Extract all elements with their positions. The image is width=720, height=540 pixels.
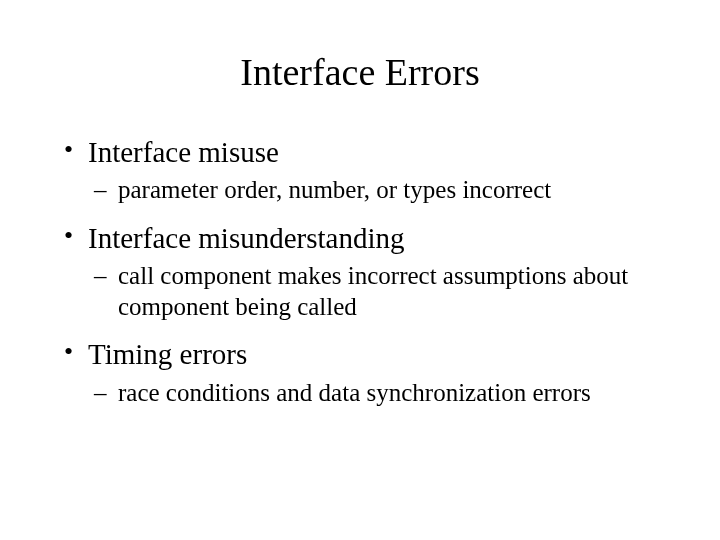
list-item: race conditions and data synchronization… (88, 377, 660, 408)
sub-list: parameter order, number, or types incorr… (88, 174, 660, 205)
list-item-label: Interface misuse (88, 136, 279, 168)
list-item-label: parameter order, number, or types incorr… (118, 176, 551, 203)
bullet-list: Interface misuse parameter order, number… (60, 134, 660, 408)
list-item-label: Timing errors (88, 338, 247, 370)
list-item: parameter order, number, or types incorr… (88, 174, 660, 205)
list-item: Timing errors race conditions and data s… (60, 336, 660, 408)
list-item-label: race conditions and data synchronization… (118, 379, 591, 406)
slide-title: Interface Errors (60, 50, 660, 94)
sub-list: race conditions and data synchronization… (88, 377, 660, 408)
list-item-label: Interface misunderstanding (88, 222, 404, 254)
list-item: call component makes incorrect assumptio… (88, 260, 660, 323)
list-item-label: call component makes incorrect assumptio… (118, 262, 628, 320)
slide: Interface Errors Interface misuse parame… (0, 0, 720, 540)
list-item: Interface misunderstanding call componen… (60, 220, 660, 323)
list-item: Interface misuse parameter order, number… (60, 134, 660, 206)
sub-list: call component makes incorrect assumptio… (88, 260, 660, 323)
